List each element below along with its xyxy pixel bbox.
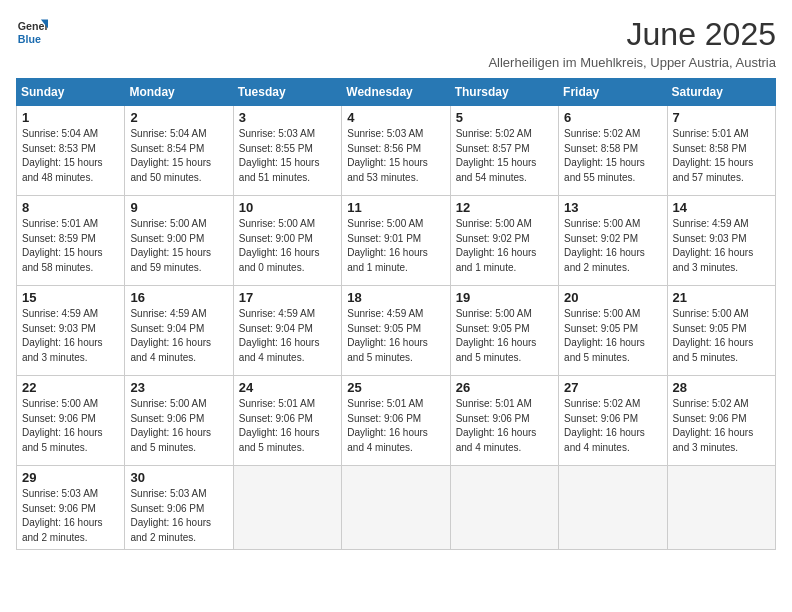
calendar-header-row: SundayMondayTuesdayWednesdayThursdayFrid… (17, 79, 776, 106)
calendar-cell: 24Sunrise: 5:01 AM Sunset: 9:06 PM Dayli… (233, 376, 341, 466)
calendar-day-header: Tuesday (233, 79, 341, 106)
day-info: Sunrise: 5:03 AM Sunset: 8:55 PM Dayligh… (239, 127, 336, 185)
calendar-cell (667, 466, 775, 550)
day-info: Sunrise: 5:00 AM Sunset: 9:05 PM Dayligh… (673, 307, 770, 365)
day-number: 24 (239, 380, 336, 395)
calendar-day-header: Monday (125, 79, 233, 106)
day-number: 7 (673, 110, 770, 125)
day-info: Sunrise: 5:00 AM Sunset: 9:02 PM Dayligh… (456, 217, 553, 275)
calendar-cell: 29Sunrise: 5:03 AM Sunset: 9:06 PM Dayli… (17, 466, 125, 550)
calendar-cell: 5Sunrise: 5:02 AM Sunset: 8:57 PM Daylig… (450, 106, 558, 196)
calendar-cell (233, 466, 341, 550)
calendar-table: SundayMondayTuesdayWednesdayThursdayFrid… (16, 78, 776, 550)
calendar-cell: 14Sunrise: 4:59 AM Sunset: 9:03 PM Dayli… (667, 196, 775, 286)
day-info: Sunrise: 5:00 AM Sunset: 9:05 PM Dayligh… (456, 307, 553, 365)
day-number: 19 (456, 290, 553, 305)
calendar-header: SundayMondayTuesdayWednesdayThursdayFrid… (17, 79, 776, 106)
day-number: 5 (456, 110, 553, 125)
day-number: 16 (130, 290, 227, 305)
day-number: 6 (564, 110, 661, 125)
day-info: Sunrise: 5:03 AM Sunset: 8:56 PM Dayligh… (347, 127, 444, 185)
day-info: Sunrise: 5:03 AM Sunset: 9:06 PM Dayligh… (22, 487, 119, 545)
day-number: 14 (673, 200, 770, 215)
title-block: June 2025 Allerheiligen im Muehlkreis, U… (488, 16, 776, 70)
calendar-cell: 6Sunrise: 5:02 AM Sunset: 8:58 PM Daylig… (559, 106, 667, 196)
day-info: Sunrise: 5:02 AM Sunset: 9:06 PM Dayligh… (564, 397, 661, 455)
day-info: Sunrise: 5:01 AM Sunset: 8:58 PM Dayligh… (673, 127, 770, 185)
day-info: Sunrise: 4:59 AM Sunset: 9:03 PM Dayligh… (22, 307, 119, 365)
calendar-week-row: 22Sunrise: 5:00 AM Sunset: 9:06 PM Dayli… (17, 376, 776, 466)
calendar-cell: 13Sunrise: 5:00 AM Sunset: 9:02 PM Dayli… (559, 196, 667, 286)
calendar-body: 1Sunrise: 5:04 AM Sunset: 8:53 PM Daylig… (17, 106, 776, 550)
day-info: Sunrise: 5:02 AM Sunset: 9:06 PM Dayligh… (673, 397, 770, 455)
logo-icon: General Blue (16, 16, 48, 48)
day-info: Sunrise: 5:01 AM Sunset: 9:06 PM Dayligh… (456, 397, 553, 455)
day-info: Sunrise: 5:00 AM Sunset: 9:05 PM Dayligh… (564, 307, 661, 365)
calendar-cell: 30Sunrise: 5:03 AM Sunset: 9:06 PM Dayli… (125, 466, 233, 550)
calendar-cell: 22Sunrise: 5:00 AM Sunset: 9:06 PM Dayli… (17, 376, 125, 466)
calendar-cell: 26Sunrise: 5:01 AM Sunset: 9:06 PM Dayli… (450, 376, 558, 466)
day-number: 3 (239, 110, 336, 125)
day-info: Sunrise: 4:59 AM Sunset: 9:04 PM Dayligh… (130, 307, 227, 365)
day-number: 29 (22, 470, 119, 485)
day-info: Sunrise: 5:02 AM Sunset: 8:58 PM Dayligh… (564, 127, 661, 185)
day-info: Sunrise: 5:01 AM Sunset: 9:06 PM Dayligh… (239, 397, 336, 455)
calendar-week-row: 1Sunrise: 5:04 AM Sunset: 8:53 PM Daylig… (17, 106, 776, 196)
calendar-cell: 2Sunrise: 5:04 AM Sunset: 8:54 PM Daylig… (125, 106, 233, 196)
day-number: 17 (239, 290, 336, 305)
calendar-cell: 15Sunrise: 4:59 AM Sunset: 9:03 PM Dayli… (17, 286, 125, 376)
calendar-week-row: 15Sunrise: 4:59 AM Sunset: 9:03 PM Dayli… (17, 286, 776, 376)
calendar-cell: 28Sunrise: 5:02 AM Sunset: 9:06 PM Dayli… (667, 376, 775, 466)
day-number: 1 (22, 110, 119, 125)
day-number: 30 (130, 470, 227, 485)
day-info: Sunrise: 5:00 AM Sunset: 9:00 PM Dayligh… (130, 217, 227, 275)
svg-text:Blue: Blue (18, 33, 41, 45)
day-number: 22 (22, 380, 119, 395)
page-header: General Blue June 2025 Allerheiligen im … (16, 16, 776, 70)
day-number: 12 (456, 200, 553, 215)
day-number: 18 (347, 290, 444, 305)
day-info: Sunrise: 5:02 AM Sunset: 8:57 PM Dayligh… (456, 127, 553, 185)
day-number: 11 (347, 200, 444, 215)
calendar-week-row: 8Sunrise: 5:01 AM Sunset: 8:59 PM Daylig… (17, 196, 776, 286)
day-number: 10 (239, 200, 336, 215)
calendar-week-row: 29Sunrise: 5:03 AM Sunset: 9:06 PM Dayli… (17, 466, 776, 550)
location-subtitle: Allerheiligen im Muehlkreis, Upper Austr… (488, 55, 776, 70)
calendar-day-header: Wednesday (342, 79, 450, 106)
calendar-cell: 18Sunrise: 4:59 AM Sunset: 9:05 PM Dayli… (342, 286, 450, 376)
calendar-cell: 10Sunrise: 5:00 AM Sunset: 9:00 PM Dayli… (233, 196, 341, 286)
calendar-cell: 25Sunrise: 5:01 AM Sunset: 9:06 PM Dayli… (342, 376, 450, 466)
day-info: Sunrise: 4:59 AM Sunset: 9:04 PM Dayligh… (239, 307, 336, 365)
day-info: Sunrise: 5:04 AM Sunset: 8:53 PM Dayligh… (22, 127, 119, 185)
month-title: June 2025 (488, 16, 776, 53)
calendar-cell: 16Sunrise: 4:59 AM Sunset: 9:04 PM Dayli… (125, 286, 233, 376)
calendar-cell: 17Sunrise: 4:59 AM Sunset: 9:04 PM Dayli… (233, 286, 341, 376)
day-number: 27 (564, 380, 661, 395)
day-number: 25 (347, 380, 444, 395)
calendar-day-header: Friday (559, 79, 667, 106)
day-number: 9 (130, 200, 227, 215)
day-info: Sunrise: 5:00 AM Sunset: 9:01 PM Dayligh… (347, 217, 444, 275)
day-number: 23 (130, 380, 227, 395)
calendar-cell: 20Sunrise: 5:00 AM Sunset: 9:05 PM Dayli… (559, 286, 667, 376)
calendar-day-header: Thursday (450, 79, 558, 106)
day-number: 8 (22, 200, 119, 215)
calendar-cell: 3Sunrise: 5:03 AM Sunset: 8:55 PM Daylig… (233, 106, 341, 196)
day-info: Sunrise: 4:59 AM Sunset: 9:05 PM Dayligh… (347, 307, 444, 365)
calendar-cell: 11Sunrise: 5:00 AM Sunset: 9:01 PM Dayli… (342, 196, 450, 286)
day-number: 28 (673, 380, 770, 395)
day-info: Sunrise: 5:04 AM Sunset: 8:54 PM Dayligh… (130, 127, 227, 185)
calendar-cell: 19Sunrise: 5:00 AM Sunset: 9:05 PM Dayli… (450, 286, 558, 376)
day-number: 26 (456, 380, 553, 395)
calendar-day-header: Saturday (667, 79, 775, 106)
calendar-cell: 1Sunrise: 5:04 AM Sunset: 8:53 PM Daylig… (17, 106, 125, 196)
calendar-cell (450, 466, 558, 550)
day-info: Sunrise: 5:00 AM Sunset: 9:02 PM Dayligh… (564, 217, 661, 275)
day-info: Sunrise: 4:59 AM Sunset: 9:03 PM Dayligh… (673, 217, 770, 275)
calendar-cell: 8Sunrise: 5:01 AM Sunset: 8:59 PM Daylig… (17, 196, 125, 286)
day-number: 2 (130, 110, 227, 125)
day-number: 13 (564, 200, 661, 215)
day-info: Sunrise: 5:01 AM Sunset: 9:06 PM Dayligh… (347, 397, 444, 455)
logo: General Blue (16, 16, 48, 48)
calendar-cell: 7Sunrise: 5:01 AM Sunset: 8:58 PM Daylig… (667, 106, 775, 196)
